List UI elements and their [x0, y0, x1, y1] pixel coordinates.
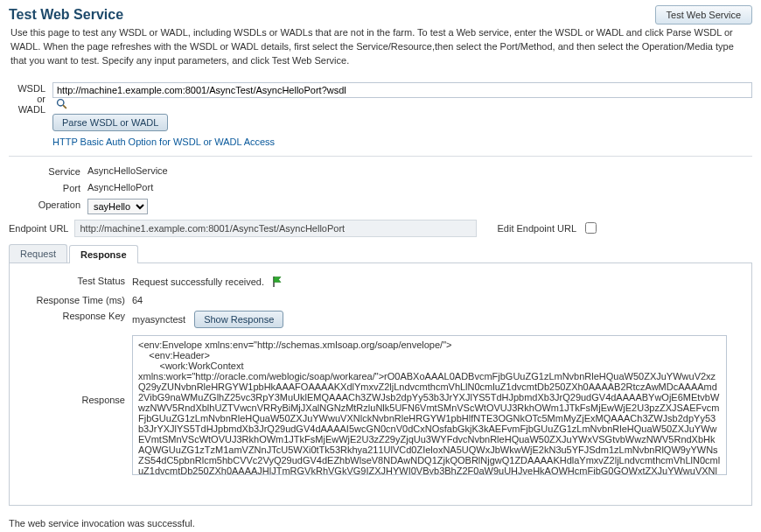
operation-label: Operation — [9, 197, 87, 210]
test-web-service-button[interactable]: Test Web Service — [655, 5, 752, 24]
page-intro: Use this page to test any WSDL or WADL, … — [10, 26, 752, 68]
search-icon[interactable] — [56, 98, 68, 110]
response-time-value: 64 — [132, 293, 743, 305]
wsdl-label: WSDL or WADL — [9, 80, 52, 115]
divider — [9, 156, 752, 157]
response-body-label: Response — [18, 333, 132, 405]
endpoint-label: Endpoint URL — [9, 223, 69, 234]
response-key-label: Response Key — [18, 309, 132, 321]
operation-select[interactable]: sayHello — [87, 199, 148, 214]
svg-line-1 — [63, 105, 66, 108]
service-label: Service — [9, 164, 87, 177]
edit-endpoint-label: Edit Endpoint URL — [498, 223, 577, 234]
response-key-value: myasynctest — [132, 314, 185, 325]
port-label: Port — [9, 180, 87, 193]
parse-wsdl-button[interactable]: Parse WSDL or WADL — [52, 114, 168, 131]
port-value: AsyncHelloPort — [87, 180, 752, 192]
endpoint-url-input — [74, 220, 477, 237]
response-body[interactable] — [132, 335, 727, 475]
edit-endpoint-checkbox[interactable] — [585, 222, 597, 234]
response-time-label: Response Time (ms) — [18, 293, 132, 305]
footer-message: The web service invocation was successfu… — [9, 513, 752, 528]
flag-icon — [272, 276, 283, 290]
show-response-button[interactable]: Show Response — [194, 311, 283, 328]
page-title: Test Web Service — [9, 7, 123, 23]
svg-point-0 — [58, 99, 64, 105]
http-basic-auth-link[interactable]: HTTP Basic Auth Option for WSDL or WADL … — [52, 136, 275, 147]
test-status-value: Request successfully received. — [132, 276, 264, 287]
wsdl-url-input[interactable] — [52, 82, 752, 98]
service-value: AsyncHelloService — [87, 164, 752, 176]
test-status-label: Test Status — [18, 274, 132, 286]
tab-request[interactable]: Request — [9, 244, 67, 262]
tab-response[interactable]: Response — [69, 245, 138, 263]
